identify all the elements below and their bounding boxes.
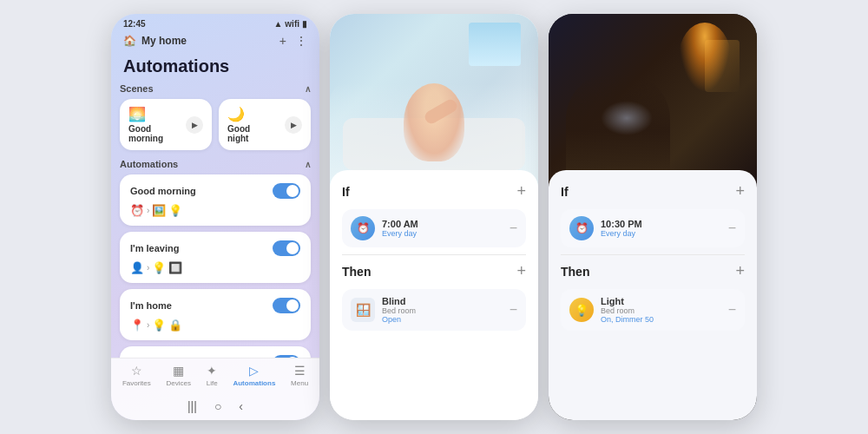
devices-icon: ▦ [173,364,184,378]
nav-home-btn[interactable]: ○ [214,399,221,413]
phone-automations: 12:45 ▲ wifi ▮ 🏠 My home + ⋮ Automations [111,14,319,420]
scene-night-icon: 🌙 [227,106,250,122]
scene-night-label: Goodnight [227,124,250,143]
nav-back[interactable]: ||| [187,399,197,413]
scene-night-left: 🌙 Goodnight [227,106,250,143]
condition-left: ⏰ 7:00 AM Every day [351,216,418,240]
auto3-icon1: 📍 [130,319,144,332]
automation-top-1: Good morning [130,183,300,199]
nav-favorites[interactable]: ☆ Favorites [122,364,151,387]
auto2-icon2: 💡 [152,261,166,274]
automation-home-1[interactable]: I'm home 📍 › 💡 🔒 [120,289,311,340]
nav-automations[interactable]: ▷ Automations [233,364,275,387]
automation-home-2[interactable]: I'm home 📍 › 💡 🔒 [120,346,311,358]
scene-morning-icon: 🌅 [128,106,163,122]
scene-good-night[interactable]: 🌙 Goodnight ▶ [219,99,311,150]
automation-icons-3: 📍 › 💡 🔒 [130,319,300,332]
main-container: 12:45 ▲ wifi ▮ 🏠 My home + ⋮ Automations [0,0,868,434]
scene-good-morning[interactable]: 🌅 Goodmorning ▶ [120,99,212,150]
automation-name-2: I'm leaving [130,243,179,253]
automation-name-1: Good morning [130,186,196,196]
scenes-row: 🌅 Goodmorning ▶ 🌙 Goodnight ▶ [120,99,311,150]
toggle-2[interactable] [273,240,300,256]
status-icons-1: ▲ wifi ▮ [273,19,307,29]
automation-icons-1: ⏰ › 🖼️ 💡 [130,204,300,217]
nav-recent[interactable]: ‹ [239,399,243,413]
auto3-icon2: 💡 [152,319,166,332]
scene-morning-left: 🌅 Goodmorning [128,106,163,143]
menu-nav-icon: ☰ [294,364,306,378]
if-section-header-3: If + [561,182,745,201]
if-title: If [342,185,350,199]
devices-label: Devices [167,379,191,387]
condition-time: 7:00 AM [382,219,418,229]
then-action-blind[interactable]: 🪟 Blind Bed room Open − [342,289,526,331]
scroll-area[interactable]: Scenes ∧ 🌅 Goodmorning ▶ 🌙 Goodnight [111,83,319,358]
then-add-btn-3[interactable]: + [735,262,745,280]
condition-every-day: Every day [382,229,418,238]
condition-remove-btn-3[interactable]: − [728,220,736,236]
nav-life[interactable]: ✦ Life [207,364,218,387]
page-title: Automations [111,55,319,83]
home-icon: 🏠 [123,35,136,47]
nav-devices[interactable]: ▦ Devices [167,364,191,387]
menu-icon[interactable]: ⋮ [295,34,307,48]
automations-chevron[interactable]: ∧ [305,160,311,169]
bed-visual [330,14,538,187]
action-remove-btn-3[interactable]: − [728,302,736,318]
action-location: Bed room [382,306,416,315]
if-condition-time[interactable]: ⏰ 7:00 AM Every day − [342,209,526,247]
scenes-chevron[interactable]: ∧ [305,84,311,94]
blind-icon: 🪟 [351,298,375,322]
favorites-label: Favorites [122,379,151,387]
night-scene-image [549,14,757,187]
auto1-icon3: 💡 [168,204,182,217]
condition-time-3: 10:30 PM [601,219,642,229]
if-add-btn[interactable]: + [516,182,526,201]
phone-morning-detail: If + ⏰ 7:00 AM Every day − Then + [330,14,538,420]
morning-scene-image [330,14,538,187]
action-left: 🪟 Blind Bed room Open [351,296,416,324]
favorites-icon: ☆ [131,364,142,378]
action-info: Blind Bed room Open [382,296,416,324]
divider-1 [342,254,526,255]
life-label: Life [207,379,218,387]
time-1: 12:45 [123,19,146,29]
scene-night-play[interactable]: ▶ [285,116,302,134]
bottom-nav-1: ☆ Favorites ▦ Devices ✦ Life ▷ Automatio… [111,358,319,394]
menu-nav-label: Menu [291,379,308,387]
scene-morning-label: Goodmorning [128,124,163,143]
action-remove-btn[interactable]: − [510,302,517,318]
action-sub-3: On, Dimmer 50 [601,315,654,324]
nav-menu[interactable]: ☰ Menu [291,364,308,387]
scene-morning-play[interactable]: ▶ [186,116,203,134]
then-action-light[interactable]: 💡 Light Bed room On, Dimmer 50 − [561,289,745,331]
toggle-3[interactable] [273,298,300,313]
automation-icons-2: 👤 › 💡 🔲 [130,261,300,274]
action-name-3: Light [601,296,654,306]
then-title: Then [342,265,371,279]
automation-leaving[interactable]: I'm leaving 👤 › 💡 🔲 [120,232,311,283]
condition-left-3: ⏰ 10:30 PM Every day [569,216,642,240]
auto3-arrow: › [147,320,149,330]
if-add-btn-3[interactable]: + [735,182,745,201]
add-icon[interactable]: + [279,34,286,48]
toggle-1[interactable] [273,183,300,199]
automation-good-morning[interactable]: Good morning ⏰ › 🖼️ 💡 [120,174,311,226]
automations-label: Automations [120,159,178,169]
toggle-4[interactable] [273,355,300,358]
header-home[interactable]: 🏠 My home [123,35,187,47]
header-actions: + ⋮ [279,34,307,48]
status-bar-1: 12:45 ▲ wifi ▮ [111,14,319,30]
action-sub: Open [382,315,416,324]
then-title-3: Then [561,265,589,279]
condition-info-3: 10:30 PM Every day [601,219,642,238]
then-add-btn[interactable]: + [516,262,526,280]
system-nav-1: ||| ○ ‹ [111,394,319,420]
if-title-3: If [561,185,569,199]
then-section-3: Then + 💡 Light Bed room On, Dimmer 50 − [561,262,745,331]
condition-info: 7:00 AM Every day [382,219,418,238]
scenes-section-header: Scenes ∧ [120,83,311,94]
if-condition-time-3[interactable]: ⏰ 10:30 PM Every day − [561,209,745,247]
condition-remove-btn[interactable]: − [510,220,517,236]
